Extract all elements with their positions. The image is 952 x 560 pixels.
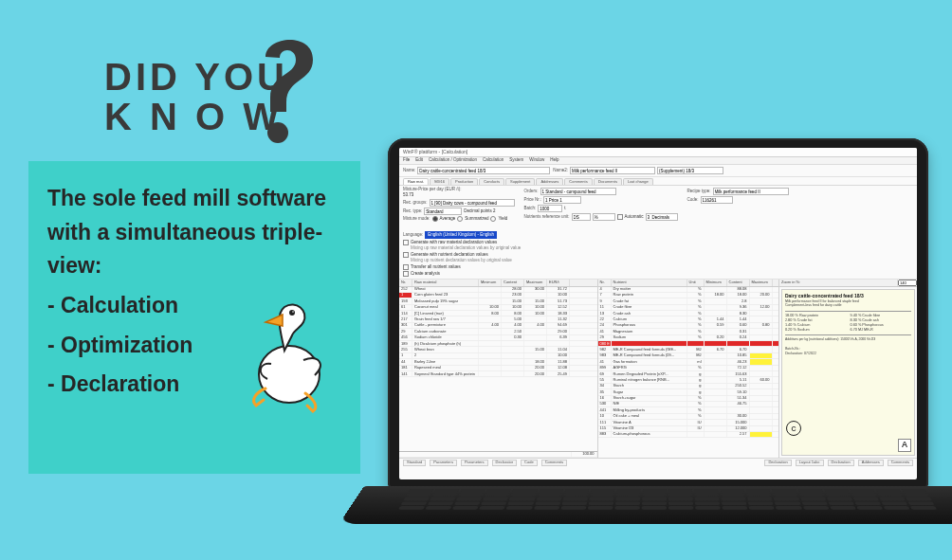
laptop: WinF® plattform - [Calculation] File Edi…: [364, 81, 952, 560]
name-field[interactable]: [417, 167, 550, 174]
menu-edit[interactable]: Edit: [415, 158, 423, 163]
nutrient-grid: Nr.NutrientUnitMinimumContentMaximum 4Dr…: [598, 280, 779, 458]
tab-conducts[interactable]: Conducts: [479, 178, 504, 185]
goose-illustration: [237, 294, 341, 417]
zoom-label: Zoom in %:: [779, 280, 898, 286]
laptop-body: WinF® plattform - [Calculation] File Edi…: [388, 138, 928, 489]
raw-material-grid: Nr.Raw materialMinimumContentMaximumEUR/…: [399, 280, 598, 458]
price-value: 53.73: [403, 193, 515, 198]
zoom-field[interactable]: [898, 280, 917, 286]
decl-date: Declaration: 07/2022: [785, 352, 816, 355]
mix-sum-radio[interactable]: Summarized: [457, 216, 488, 222]
bottom-tabs: Standard Parameters Parameters Declarato…: [399, 458, 917, 466]
nut-label: Nutrients reference unit:: [524, 215, 570, 220]
decl-batch: Batch-Nr.:: [785, 347, 800, 351]
mix-yield-radio[interactable]: Yield: [490, 216, 507, 222]
table-row[interactable]: 141Soymeal Standard type 44% protein20.0…: [399, 371, 597, 377]
menu-calc-opt[interactable]: Calculation / Optimization: [429, 158, 477, 163]
btab-r-addr[interactable]: Addresses: [858, 460, 884, 465]
name-label: Name:: [403, 169, 415, 173]
group-label: Rec. groups:: [403, 201, 428, 206]
svg-point-3: [292, 311, 294, 313]
decl-subtitle2: Complement-less feed for dairy cattle: [785, 303, 911, 308]
menu-system[interactable]: System: [509, 158, 523, 163]
laptop-base: [339, 486, 952, 524]
left-total: 100.00: [572, 452, 597, 457]
menu-calc[interactable]: Calculation: [483, 158, 503, 163]
name2-label: Name2:: [553, 169, 568, 173]
triple-view: Nr.Raw materialMinimumContentMaximumEUR/…: [399, 280, 917, 458]
name2-field[interactable]: [570, 167, 655, 174]
tab-addresses[interactable]: Addresses: [536, 178, 563, 185]
order-field[interactable]: [540, 188, 616, 195]
tab-rawmat[interactable]: Raw mat.: [403, 178, 429, 185]
batch-label: Batch:: [524, 207, 537, 211]
btab-standard[interactable]: Standard: [403, 460, 426, 465]
opt1b: Mixing up raw material declaration value…: [403, 246, 521, 251]
type-decimal: Decimal points 2: [464, 209, 495, 214]
tab-lastchange[interactable]: Last change: [623, 178, 653, 185]
app-window: WinF® plattform - [Calculation] File Edi…: [399, 148, 917, 479]
btab-comments[interactable]: Comments: [541, 460, 567, 465]
tab-comments[interactable]: Comments: [564, 178, 592, 185]
opt3-check[interactable]: Transfer all nutrient values: [403, 264, 521, 270]
opt4-check[interactable]: Create analysis: [403, 271, 521, 277]
price1-label: Price Nr.:: [524, 198, 542, 203]
table-row[interactable]: 883Calcium-phosphorous2.57: [598, 432, 778, 438]
tab-96916[interactable]: 96916: [430, 178, 449, 185]
a-logo: A: [898, 439, 911, 452]
code-field[interactable]: [701, 196, 733, 204]
keyboard: [398, 489, 937, 510]
btab-declarator[interactable]: Declarator: [492, 460, 517, 465]
svg-point-0: [267, 122, 288, 143]
tabs: Raw mat. 96916 Production Conducts Suppl…: [399, 177, 917, 186]
menu-file[interactable]: File: [403, 158, 410, 163]
group-field[interactable]: [430, 199, 515, 207]
nut-field[interactable]: [572, 213, 591, 221]
mix-avg-radio[interactable]: Average: [432, 216, 456, 222]
btab-param2[interactable]: Parameters: [461, 460, 488, 465]
lang-label: Language:: [403, 233, 423, 238]
batch-unit: t: [564, 207, 565, 211]
recipe-field[interactable]: [713, 188, 789, 195]
ce-mark-icon: C: [786, 421, 801, 436]
question-mark-icon: [247, 27, 332, 150]
opt2b: Mixing up nutrient declaration values by…: [403, 259, 521, 263]
batch-field[interactable]: [538, 205, 562, 212]
type-field[interactable]: [424, 208, 462, 215]
order-label: Orders:: [524, 190, 539, 194]
btab-r-layout[interactable]: Layout 1abc: [796, 460, 824, 465]
price1-field[interactable]: [543, 196, 581, 204]
btab-code[interactable]: Code: [521, 460, 538, 465]
btab-r-decl[interactable]: Declaration: [764, 460, 791, 465]
tab-documents[interactable]: Documents: [594, 178, 622, 185]
code-label: Code:: [687, 198, 699, 203]
decl-footer: Additives per kg (nutritional additives)…: [785, 337, 911, 341]
svg-point-2: [289, 310, 295, 316]
app-title: WinF® plattform - [Calculation]: [403, 150, 467, 155]
type-label: Rec. type:: [403, 209, 422, 214]
btab-r-decl2[interactable]: Declaration: [828, 460, 854, 465]
titlebar: WinF® plattform - [Calculation]: [399, 148, 917, 157]
decl-row: 6.70 MJ ME-R: [850, 328, 911, 333]
decl-row: 0.20 % Sodium: [785, 328, 847, 333]
declaration-col: Zoom in %: Dairy cattle-concentrated fee…: [779, 280, 917, 458]
menu-bar: File Edit Calculation / Optimization Cal…: [399, 157, 917, 165]
menu-window[interactable]: Window: [529, 158, 544, 163]
btab-param1[interactable]: Parameters: [430, 460, 457, 465]
lang-field[interactable]: English (United Kingdom) - English: [425, 231, 497, 239]
tab-production[interactable]: Production: [450, 178, 478, 185]
tab-supplement[interactable]: Supplement: [505, 178, 535, 185]
btab-r-comm[interactable]: Comments: [888, 460, 913, 465]
menu-help[interactable]: Help: [550, 158, 558, 163]
info-panel: The sole feed mill software with a simul…: [28, 161, 360, 474]
nut-pct-field[interactable]: [593, 213, 615, 221]
mix-label: Mixture mode:: [403, 217, 430, 222]
auto-check[interactable]: Automatic: [617, 214, 644, 220]
name-bar: Name: Name2:: [399, 165, 917, 177]
name2-extra-field[interactable]: [657, 167, 723, 174]
recipe-label: Recipe type:: [687, 190, 711, 194]
options-row: Mixture-Price per day (EUR /t): 53.73 Re…: [399, 186, 917, 280]
decimals-field[interactable]: [646, 213, 678, 221]
declaration-preview: Dairy cattle-concentrated feed 18/3 Milk…: [781, 289, 915, 456]
